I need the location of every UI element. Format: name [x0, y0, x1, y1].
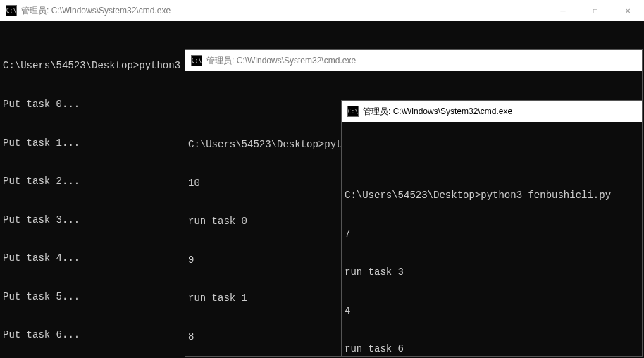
minimize-button[interactable]: ─: [547, 0, 579, 21]
titlebar-left: C:\ 管理员: C:\Windows\System32\cmd.exe: [0, 5, 171, 17]
titlebar[interactable]: C:\ 管理员: C:\Windows\System32\cmd.exe: [185, 50, 642, 71]
titlebar-left: C:\ 管理员: C:\Windows\System32\cmd.exe: [342, 106, 512, 118]
titlebar[interactable]: C:\ 管理员: C:\Windows\System32\cmd.exe: [342, 101, 642, 122]
maximize-button[interactable]: □: [579, 0, 612, 21]
window-controls: ─ □ ✕: [547, 0, 644, 21]
output-line: [345, 150, 639, 163]
output-line: run task 6: [345, 342, 639, 355]
cmd-icon: C:\: [191, 55, 202, 66]
window-title: 管理员: C:\Windows\System32\cmd.exe: [206, 55, 356, 67]
output-line: run task 3: [345, 266, 639, 278]
output-line: 4: [345, 304, 639, 317]
prompt-line: C:\Users\54523\Desktop>python3 fenbushic…: [345, 189, 639, 202]
terminal-body[interactable]: C:\Users\54523\Desktop>python3 fenbushic…: [342, 122, 642, 358]
cmd-window-client-2: C:\ 管理员: C:\Windows\System32\cmd.exe C:\…: [341, 100, 643, 357]
window-title: 管理员: C:\Windows\System32\cmd.exe: [363, 106, 512, 118]
titlebar[interactable]: C:\ 管理员: C:\Windows\System32\cmd.exe ─ □…: [0, 0, 644, 21]
cmd-icon: C:\: [347, 106, 359, 117]
output-line: 7: [345, 228, 639, 240]
close-button[interactable]: ✕: [612, 0, 644, 21]
titlebar-left: C:\ 管理员: C:\Windows\System32\cmd.exe: [185, 55, 356, 67]
window-title: 管理员: C:\Windows\System32\cmd.exe: [21, 5, 171, 17]
cmd-icon: C:\: [6, 5, 17, 16]
